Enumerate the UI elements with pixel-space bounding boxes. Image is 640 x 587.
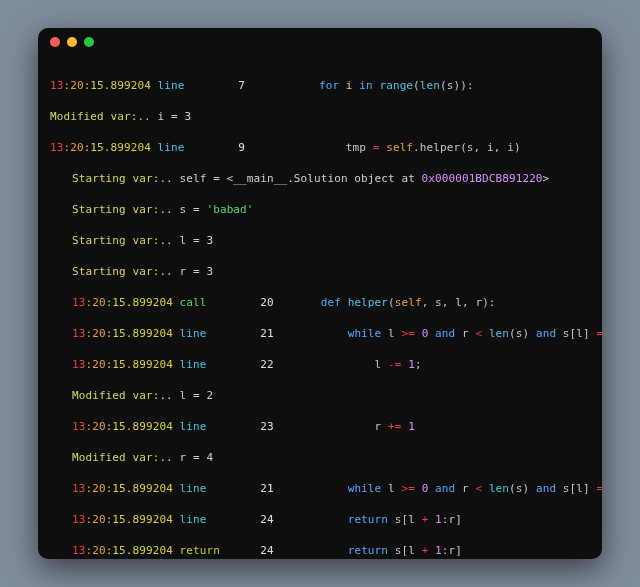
trace-output: 13:20:15.899204 line 7 for i in range(le… <box>38 56 602 559</box>
titlebar <box>38 28 602 56</box>
close-icon[interactable] <box>50 37 60 47</box>
minimize-icon[interactable] <box>67 37 77 47</box>
terminal-window: 13:20:15.899204 line 7 for i in range(le… <box>38 28 602 559</box>
maximize-icon[interactable] <box>84 37 94 47</box>
